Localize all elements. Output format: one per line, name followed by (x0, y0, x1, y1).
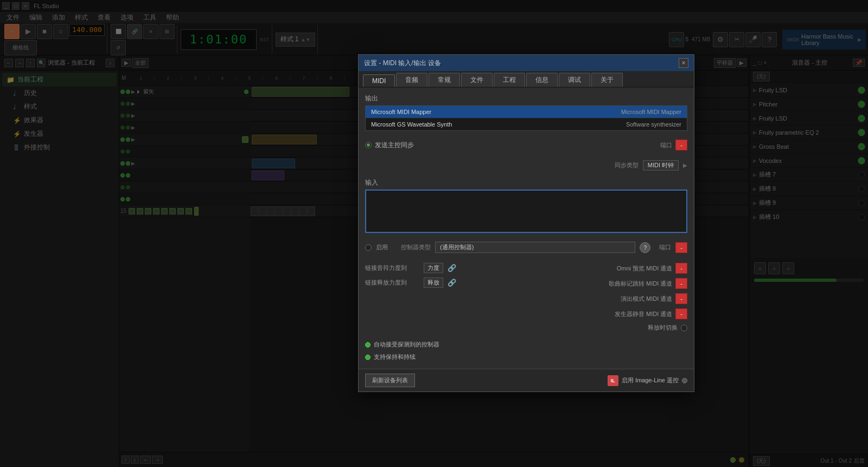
omni-row: Omni 预览 MIDI 通道 - (528, 262, 687, 275)
perf-mode-btn[interactable]: - (675, 293, 687, 304)
output-name-1: Microsoft MIDI Mapper (371, 109, 431, 115)
port-btn[interactable]: - (675, 140, 687, 150)
input-section: 输入 (365, 178, 687, 233)
tab-file[interactable]: 文件 (461, 73, 493, 87)
output-item-2[interactable]: Microsoft GS Wavetable Synth Software sy… (366, 118, 687, 130)
sync-type-label: 同步类型 (615, 161, 639, 169)
output-desc-1: Microsoft MIDI Mapper (621, 109, 681, 115)
dialog-close-btn[interactable]: × (679, 58, 688, 68)
remote-dot (682, 378, 687, 383)
ctrl-type-select[interactable]: (通用控制器) (435, 242, 635, 253)
sync-text: 发送主控同步 (375, 141, 414, 150)
song-marker-label: 歌曲标记跳转 MIDI 通道 (609, 280, 672, 288)
sync-radio[interactable] (365, 142, 372, 148)
dialog-body: 输出 Microsoft MIDI Mapper Microsoft MIDI … (359, 87, 694, 369)
omni-label: Omni 预览 MIDI 通道 (617, 264, 673, 273)
sustain-indicator (365, 355, 371, 360)
output-item-1[interactable]: Microsoft MIDI Mapper Microsoft MIDI Map… (366, 106, 687, 118)
help-btn[interactable]: ? (640, 242, 650, 253)
il-logo-icon: IL (608, 375, 618, 386)
remote-section: IL 启用 Image-Line 遥控 (608, 375, 687, 386)
sync-type-arrow[interactable]: ▶ (683, 162, 687, 168)
enable-label: 启用 (376, 243, 388, 251)
auto-detect-label: 自动接受探测到的控制器 (374, 340, 439, 349)
link-note-value[interactable]: 力度 (424, 263, 443, 273)
link-rel-value[interactable]: 释放 (424, 277, 443, 288)
output-name-2: Microsoft GS Wavetable Synth (371, 121, 452, 128)
port-btn-2[interactable]: - (675, 242, 687, 253)
song-marker-row: 歌曲标记跳转 MIDI 通道 - (528, 277, 687, 290)
output-desc-2: Software synthesizer (626, 121, 681, 128)
dialog-title-bar: 设置 - MIDI 输入/输出 设备 × (359, 55, 694, 71)
link-rel-row: 链接释放力度到 释放 🔗 (365, 276, 524, 289)
tab-midi[interactable]: MIDI (363, 74, 395, 87)
tab-project[interactable]: 工程 (494, 73, 525, 87)
link-note-label: 链接音符力度到 (365, 264, 419, 272)
midi-settings-dialog: 设置 - MIDI 输入/输出 设备 × MIDI 音频 常规 文件 工程 信息… (358, 54, 694, 392)
remote-label: 启用 Image-Line 遥控 (622, 376, 679, 384)
auto-section: 自动接受探测到的控制器 支持保持和持续 (365, 339, 687, 362)
sync-row: 发送主控同步 端口 - (365, 137, 687, 153)
gen-mute-row: 发生器静音 MIDI 通道 - (528, 307, 687, 320)
output-section: 输出 Microsoft MIDI Mapper Microsoft MIDI … (365, 94, 687, 131)
output-list: Microsoft MIDI Mapper Microsoft MIDI Map… (365, 105, 687, 131)
link-rel-label: 链接释放力度到 (365, 279, 419, 287)
sustain-label: 支持保持和持续 (374, 353, 416, 361)
dialog-footer: 刷新设备列表 IL 启用 Image-Line 遥控 (359, 369, 694, 392)
ctrl-type-label: 控制器类型 (401, 243, 431, 251)
song-marker-btn[interactable]: - (675, 278, 687, 289)
link-rel-icon[interactable]: 🔗 (448, 279, 456, 287)
left-links: 链接音符力度到 力度 🔗 链接释放力度到 释放 🔗 (365, 262, 524, 333)
tab-info[interactable]: 信息 (526, 73, 558, 87)
right-links: Omni 预览 MIDI 通道 - 歌曲标记跳转 MIDI 通道 - 演出模式 … (528, 262, 687, 333)
enable-radio[interactable] (365, 244, 372, 251)
sync-label: 发送主控同步 (365, 141, 414, 150)
link-note-icon[interactable]: 🔗 (448, 264, 456, 272)
fire-on-load-row: 释放时切换 (528, 323, 687, 333)
output-label: 输出 (365, 94, 687, 103)
refresh-btn[interactable]: 刷新设备列表 (365, 374, 415, 387)
modal-overlay: 设置 - MIDI 输入/输出 设备 × MIDI 音频 常规 文件 工程 信息… (0, 0, 868, 467)
perf-mode-label: 演出模式 MIDI 通道 (621, 295, 672, 303)
link-container: 链接音符力度到 力度 🔗 链接释放力度到 释放 🔗 Omni 预览 MIDI 通… (365, 262, 687, 333)
tab-general[interactable]: 常规 (429, 73, 460, 87)
fire-on-load-label: 释放时切换 (648, 324, 678, 332)
input-list (365, 190, 687, 233)
fire-radio[interactable] (681, 325, 687, 331)
tab-debug[interactable]: 调试 (559, 73, 590, 87)
auto-detect-indicator (365, 342, 371, 348)
sync-type-value[interactable]: MIDI 时钟 (643, 160, 679, 171)
gen-mute-btn[interactable]: - (675, 308, 687, 319)
port-label2: 端口 (659, 243, 671, 251)
perf-mode-row: 演出模式 MIDI 通道 - (528, 292, 687, 305)
link-note-row: 链接音符力度到 力度 🔗 (365, 262, 524, 274)
gen-mute-label: 发生器静音 MIDI 通道 (615, 310, 672, 318)
auto-detect-row: 自动接受探测到的控制器 (365, 339, 687, 350)
enable-row: 启用 控制器类型 (通用控制器) ? 端口 - (365, 239, 687, 255)
sustain-row: 支持保持和持续 (365, 352, 687, 362)
port-section: 端口 - (660, 140, 687, 150)
tab-about[interactable]: 关于 (591, 73, 623, 87)
dialog-title: 设置 - MIDI 输入/输出 设备 (364, 59, 441, 68)
sync-type-row: 同步类型 MIDI 时钟 ▶ (365, 159, 687, 172)
omni-port-btn[interactable]: - (675, 263, 687, 274)
port-label: 端口 (660, 141, 672, 149)
dialog-tabs: MIDI 音频 常规 文件 工程 信息 调试 关于 (359, 71, 694, 87)
tab-audio[interactable]: 音频 (396, 73, 427, 87)
input-label: 输入 (365, 178, 687, 187)
